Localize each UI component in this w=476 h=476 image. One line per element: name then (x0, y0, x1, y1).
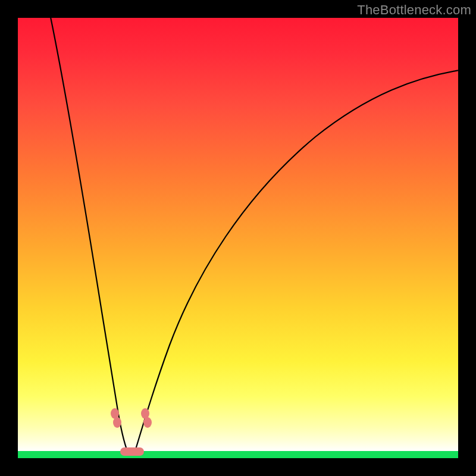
svg-point-3 (143, 417, 152, 428)
curve-left-branch (50, 14, 127, 451)
outer-frame: TheBottleneck.com (0, 0, 476, 476)
marker-bottom-bar (120, 447, 144, 456)
watermark-text: TheBottleneck.com (357, 2, 471, 18)
curve-right-branch (135, 70, 459, 451)
marker-left-pair (111, 408, 121, 428)
curve-layer (18, 18, 458, 458)
svg-point-1 (113, 417, 121, 428)
plot-area (18, 18, 458, 458)
